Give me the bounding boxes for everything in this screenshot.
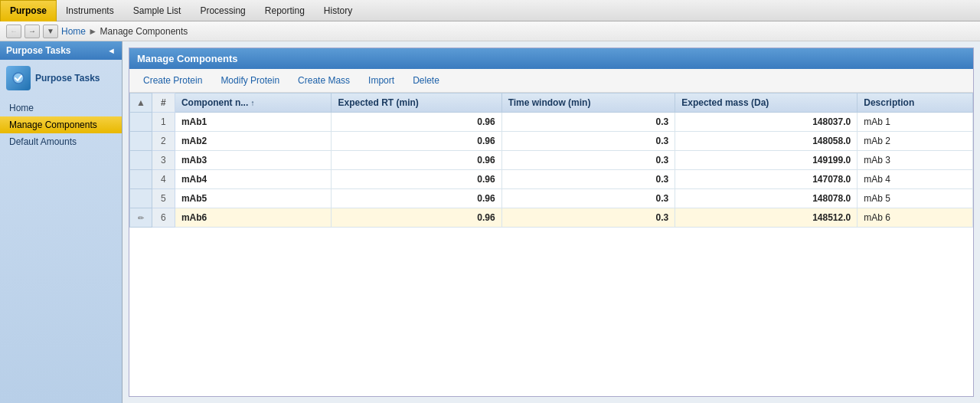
time-window-cell: 0.3	[501, 113, 675, 132]
time-window-cell: 0.3	[501, 170, 675, 189]
row-sort-indicator	[130, 189, 152, 208]
row-number: 2	[152, 132, 175, 151]
sidebar-header-title: Purpose Tasks	[6, 45, 70, 56]
panel-header: Manage Components	[129, 48, 973, 69]
menu-item-history[interactable]: History	[315, 0, 362, 21]
content-area: Manage Components Create ProteinModify P…	[122, 41, 980, 403]
row-sort-indicator: ✏	[130, 208, 152, 228]
component-name-cell: mAb6	[175, 208, 332, 228]
table-row[interactable]: 3mAb30.960.3149199.0mAb 3	[130, 151, 973, 170]
table-header-row: ▲ # Component n... ↑ Expected RT (min) T…	[130, 93, 973, 113]
menu-item-purpose[interactable]: Purpose	[0, 0, 57, 21]
description-cell: mAb 5	[858, 189, 973, 208]
sidebar-section-title: Purpose Tasks	[35, 73, 100, 84]
row-number: 6	[152, 208, 175, 228]
time-window-cell: 0.3	[501, 208, 675, 228]
breadcrumb-current: Manage Components	[100, 26, 188, 37]
component-name-cell: mAb4	[175, 170, 332, 189]
edit-icon: ✏	[138, 214, 144, 222]
time-window-cell: 0.3	[501, 189, 675, 208]
row-sort-indicator	[130, 151, 152, 170]
col-expected-rt[interactable]: Expected RT (min)	[332, 93, 501, 113]
dropdown-button[interactable]: ▼	[43, 25, 58, 38]
table-row[interactable]: 5mAb50.960.3148078.0mAb 5	[130, 189, 973, 208]
time-window-cell: 0.3	[501, 151, 675, 170]
expected-mass-cell: 148512.0	[675, 208, 858, 228]
panel-title: Manage Components	[137, 53, 237, 64]
sort-col-header: ▲	[130, 93, 152, 113]
breadcrumb-home[interactable]: Home	[61, 26, 86, 37]
description-cell: mAb 2	[858, 132, 973, 151]
expected-mass-cell: 148037.0	[675, 113, 858, 132]
toolbar-btn-delete[interactable]: Delete	[407, 74, 446, 87]
back-button[interactable]: ←	[6, 25, 21, 38]
col-expected-mass[interactable]: Expected mass (Da)	[675, 93, 858, 113]
col-time-window[interactable]: Time window (min)	[501, 93, 675, 113]
sidebar-item-default-amounts[interactable]: Default Amounts	[0, 133, 122, 150]
expected-mass-cell: 148058.0	[675, 132, 858, 151]
expected-rt-cell: 0.96	[332, 208, 501, 228]
col-description[interactable]: Description	[858, 93, 973, 113]
component-name-cell: mAb5	[175, 189, 332, 208]
expected-rt-cell: 0.96	[332, 189, 501, 208]
toolbar-separator-1	[210, 74, 213, 87]
main-layout: Purpose Tasks ◄ Purpose Tasks HomeManage…	[0, 41, 980, 403]
sidebar: Purpose Tasks ◄ Purpose Tasks HomeManage…	[0, 41, 122, 403]
menu-item-reporting[interactable]: Reporting	[256, 0, 315, 21]
breadcrumb: Home ► Manage Components	[61, 26, 188, 37]
forward-button[interactable]: →	[24, 25, 40, 38]
component-name-cell: mAb1	[175, 113, 332, 132]
sidebar-nav: HomeManage ComponentsDefault Amounts	[0, 97, 122, 153]
panel-toolbar: Create ProteinModify ProteinCreate MassI…	[129, 69, 973, 93]
table-row[interactable]: ✏6mAb60.960.3148512.0mAb 6	[130, 208, 973, 228]
description-cell: mAb 6	[858, 208, 973, 228]
expected-rt-cell: 0.96	[332, 170, 501, 189]
purpose-tasks-icon	[6, 66, 31, 90]
table-row[interactable]: 4mAb40.960.3147078.0mAb 4	[130, 170, 973, 189]
expected-rt-cell: 0.96	[332, 151, 501, 170]
breadcrumb-bar: ← → ▼ Home ► Manage Components	[0, 21, 980, 41]
expected-rt-cell: 0.96	[332, 132, 501, 151]
toolbar-btn-create-mass[interactable]: Create Mass	[292, 74, 356, 87]
menu-item-instruments[interactable]: Instruments	[57, 0, 124, 21]
expected-mass-cell: 148078.0	[675, 189, 858, 208]
expected-mass-cell: 147078.0	[675, 170, 858, 189]
toolbar-separator-2	[287, 74, 290, 87]
col-component-name[interactable]: Component n... ↑	[175, 93, 332, 113]
expected-mass-cell: 149199.0	[675, 151, 858, 170]
menu-item-processing[interactable]: Processing	[191, 0, 255, 21]
table-body: 1mAb10.960.3148037.0mAb 12mAb20.960.3148…	[130, 113, 973, 228]
sidebar-header: Purpose Tasks ◄	[0, 41, 122, 60]
menu-item-sample-list[interactable]: Sample List	[124, 0, 191, 21]
sidebar-item-home[interactable]: Home	[0, 100, 122, 116]
toolbar-separator-3	[358, 74, 361, 87]
sidebar-collapse-button[interactable]: ◄	[107, 46, 116, 55]
toolbar-btn-create-protein[interactable]: Create Protein	[137, 74, 208, 87]
row-sort-indicator	[130, 132, 152, 151]
toolbar-btn-modify-protein[interactable]: Modify Protein	[214, 74, 286, 87]
component-name-cell: mAb2	[175, 132, 332, 151]
main-panel: Manage Components Create ProteinModify P…	[129, 48, 974, 397]
components-table: ▲ # Component n... ↑ Expected RT (min) T…	[129, 93, 973, 228]
row-num-header: #	[152, 93, 175, 113]
table-row[interactable]: 1mAb10.960.3148037.0mAb 1	[130, 113, 973, 132]
row-number: 5	[152, 189, 175, 208]
row-number: 3	[152, 151, 175, 170]
table-container[interactable]: ▲ # Component n... ↑ Expected RT (min) T…	[129, 93, 973, 396]
row-sort-indicator	[130, 170, 152, 189]
component-name-cell: mAb3	[175, 151, 332, 170]
row-sort-indicator	[130, 113, 152, 132]
description-cell: mAb 4	[858, 170, 973, 189]
description-cell: mAb 3	[858, 151, 973, 170]
toolbar-btn-import[interactable]: Import	[362, 74, 400, 87]
toolbar-separator-4	[402, 74, 405, 87]
sidebar-icon-area: Purpose Tasks	[0, 60, 122, 97]
expected-rt-cell: 0.96	[332, 113, 501, 132]
menu-bar: PurposeInstrumentsSample ListProcessingR…	[0, 0, 980, 21]
row-number: 1	[152, 113, 175, 132]
sidebar-item-manage-components[interactable]: Manage Components	[0, 116, 122, 133]
row-number: 4	[152, 170, 175, 189]
table-row[interactable]: 2mAb20.960.3148058.0mAb 2	[130, 132, 973, 151]
time-window-cell: 0.3	[501, 132, 675, 151]
description-cell: mAb 1	[858, 113, 973, 132]
